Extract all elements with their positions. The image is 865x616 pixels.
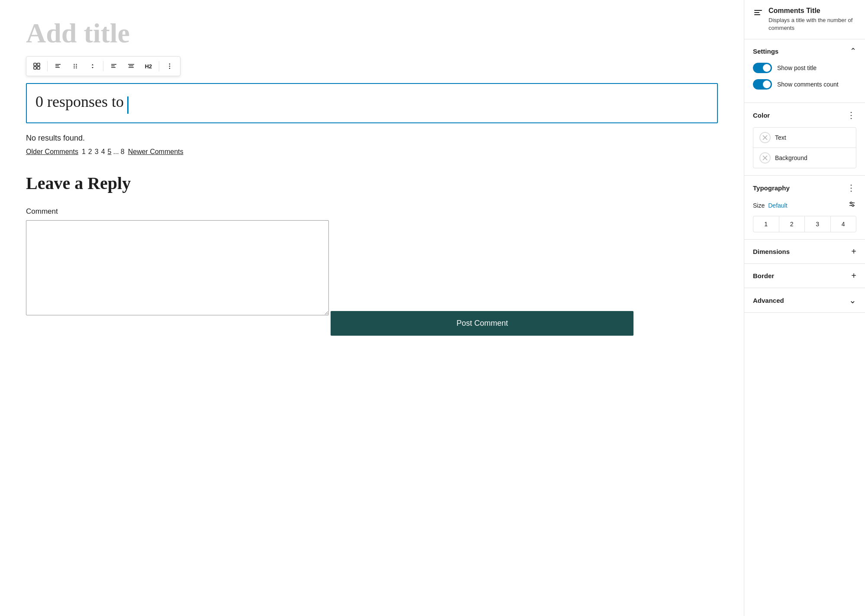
page-numbers: 1 2 3 4 5 ... 8 [81,148,125,156]
leave-reply-heading: Leave a Reply [26,173,718,193]
sidebar: Comments Title Displays a title with the… [744,0,865,616]
comments-title-icon [753,8,763,20]
color-section: Color ⋮ Text B [744,103,865,176]
show-comments-count-row: Show comments count [753,79,856,90]
text-color-row[interactable]: Text [753,128,856,148]
comment-label: Comment [26,207,718,216]
color-options: Text Background [753,127,856,168]
border-expand-icon: + [851,271,856,281]
show-comments-count-label: Show comments count [777,81,839,88]
settings-section-header: Settings ⌃ [753,46,856,56]
toolbar-align-left-btn[interactable] [106,58,122,74]
editor-area: Add title [0,0,744,616]
toolbar-block-icon-btn[interactable] [50,58,66,74]
show-post-title-label: Show post title [777,64,817,71]
svg-point-7 [74,64,74,65]
color-section-header: Color ⋮ [753,110,856,120]
toolbar-divider3 [159,61,159,71]
color-more-icon[interactable]: ⋮ [847,110,856,120]
svg-rect-0 [34,63,36,66]
comments-title-block[interactable]: 0 responses to [26,83,718,123]
sidebar-block-header: Comments Title Displays a title with the… [744,0,865,39]
comments-title-text: 0 responses to [35,93,124,110]
older-comments-link[interactable]: Older Comments [26,148,78,156]
toolbar-h2-btn[interactable]: H2 [141,58,156,74]
page-1[interactable]: 1 [81,148,87,156]
text-color-circle [759,132,771,143]
dimensions-label: Dimensions [753,248,790,255]
svg-point-21 [169,68,170,69]
advanced-label: Advanced [753,297,784,304]
background-color-label: Background [775,154,807,161]
color-title: Color [753,112,770,119]
page-2[interactable]: 2 [87,148,93,156]
newer-comments-link[interactable]: Newer Comments [128,148,183,156]
post-comment-button[interactable]: Post Comment [331,311,633,336]
show-post-title-row: Show post title [753,63,856,73]
toolbar-group-btn[interactable] [29,58,45,74]
border-section[interactable]: Border + [744,264,865,288]
size-slider: 1 2 3 4 [753,216,856,232]
typography-title: Typography [753,184,790,192]
svg-rect-6 [55,67,60,68]
size-label: Size [753,202,765,209]
toolbar-more-btn[interactable] [162,58,177,74]
size-3[interactable]: 3 [805,216,831,232]
svg-point-8 [76,64,77,65]
sidebar-block-description: Displays a title with the number of comm… [769,16,856,32]
show-comments-count-toggle[interactable] [753,79,772,90]
typography-section: Typography ⋮ Size Default 1 2 3 4 [744,176,865,240]
svg-point-11 [74,67,74,68]
toolbar-drag-btn[interactable] [68,58,83,74]
text-cursor [127,96,129,114]
svg-rect-2 [34,67,36,69]
settings-collapse-icon[interactable]: ⌃ [850,46,856,56]
svg-rect-23 [754,12,759,13]
text-color-label: Text [775,134,786,141]
pagination: Older Comments 1 2 3 4 5 ... 8 Newer Com… [26,148,718,156]
advanced-collapse-icon: ⌄ [849,295,856,305]
size-2[interactable]: 2 [779,216,805,232]
page-3[interactable]: 3 [94,148,100,156]
svg-point-31 [850,202,852,204]
svg-rect-1 [37,63,40,66]
svg-rect-17 [129,66,133,67]
page-4[interactable]: 4 [100,148,106,156]
show-post-title-toggle[interactable] [753,63,772,73]
size-row: Size Default [753,200,856,211]
page-8[interactable]: 8 [120,148,125,156]
advanced-section[interactable]: Advanced ⌄ [744,288,865,313]
svg-rect-22 [754,10,762,11]
toolbar-align-center-btn[interactable] [123,58,139,74]
dimensions-section[interactable]: Dimensions + [744,240,865,264]
page-ellipsis: ... [113,148,119,156]
toolbar-divider2 [103,61,103,71]
toolbar-move-btn[interactable] [85,58,100,74]
svg-point-12 [76,67,77,68]
size-1[interactable]: 1 [753,216,779,232]
svg-rect-15 [111,67,116,68]
svg-rect-14 [111,66,115,67]
settings-title: Settings [753,48,778,55]
svg-rect-4 [55,64,61,65]
sidebar-block-info: Comments Title Displays a title with the… [769,7,856,32]
size-4[interactable]: 4 [831,216,856,232]
svg-point-9 [74,66,74,67]
comment-textarea[interactable] [26,220,329,315]
dimensions-expand-icon: + [851,247,856,257]
svg-point-20 [169,66,170,67]
background-color-row[interactable]: Background [753,148,856,168]
svg-point-32 [852,205,854,206]
block-toolbar: H2 [26,56,180,76]
page-5[interactable]: 5 [107,148,113,156]
typography-more-icon[interactable]: ⋮ [847,183,856,193]
svg-rect-3 [37,67,40,69]
add-title-placeholder[interactable]: Add title [26,17,718,49]
no-results-text: No results found. [26,134,718,143]
sidebar-block-title: Comments Title [769,7,856,15]
size-default-value: Default [768,202,787,209]
size-controls-icon[interactable] [848,200,856,211]
svg-point-19 [169,64,170,65]
toolbar-divider [47,61,48,71]
svg-point-10 [76,66,77,67]
